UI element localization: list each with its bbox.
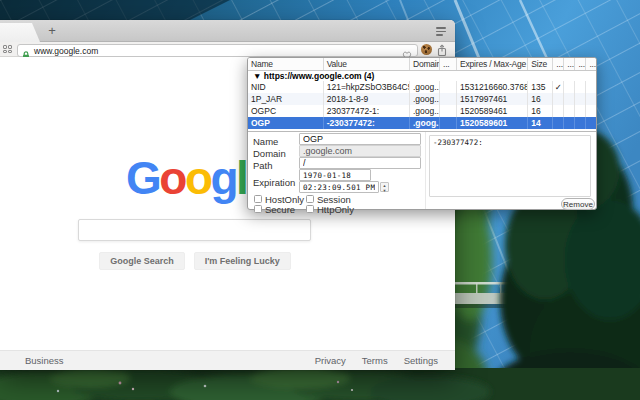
cookie-row-1P_JAR[interactable]: 1P_JAR2018-1-8-9.goog...151799746116 xyxy=(248,93,596,105)
cookie-cell[interactable] xyxy=(564,81,575,93)
address-bar[interactable]: www.google.com xyxy=(17,44,418,57)
footer-link-terms[interactable]: Terms xyxy=(362,351,388,370)
column-header[interactable]: ... xyxy=(553,58,564,71)
column-header[interactable]: ... xyxy=(440,58,457,71)
feeling-lucky-button[interactable]: I'm Feeling Lucky xyxy=(194,252,291,270)
hostonly-checkbox[interactable] xyxy=(254,195,262,203)
cookie-table: NameValueDomain...Expires / Max-AgeSize.… xyxy=(248,58,596,129)
cookie-cell[interactable]: 16 xyxy=(528,105,553,117)
cookie-cell[interactable]: 16 xyxy=(528,93,553,105)
cookie-cell[interactable]: ✓ xyxy=(553,81,564,93)
form-divider xyxy=(425,132,426,209)
browser-toolbar: www.google.com xyxy=(0,42,455,57)
search-buttons: Google Search I'm Feeling Lucky xyxy=(60,252,330,270)
expiration-label: Expiration xyxy=(253,177,295,188)
column-header[interactable]: Expires / Max-Age xyxy=(457,58,528,71)
cookie-value-textarea[interactable]: -230377472: xyxy=(429,135,591,197)
expiration-time-field[interactable] xyxy=(299,181,379,193)
cookie-cell[interactable] xyxy=(575,105,586,117)
cookie-cell[interactable]: -230377472: xyxy=(323,117,409,129)
footer-link-business[interactable]: Business xyxy=(25,351,64,370)
cookie-row-NID[interactable]: NID121=hkpZSbO3B64C5....goog...153121666… xyxy=(248,81,596,93)
column-header[interactable]: ... xyxy=(586,58,596,71)
cookie-cell[interactable] xyxy=(440,117,457,129)
page-footer: Business PrivacyTermsSettings xyxy=(0,350,455,370)
cookie-cell[interactable] xyxy=(553,93,564,105)
cookie-cell[interactable] xyxy=(586,117,596,129)
domain-label: Domain xyxy=(253,148,286,159)
cookie-extension-icon[interactable] xyxy=(421,44,432,55)
tab-overview-icon[interactable] xyxy=(3,45,12,53)
cookie-cell[interactable]: 135 xyxy=(528,81,553,93)
footer-link-privacy[interactable]: Privacy xyxy=(315,351,346,370)
httponly-checkbox[interactable] xyxy=(306,205,314,213)
cookie-cell[interactable]: OGPC xyxy=(248,105,323,117)
cookie-cell[interactable]: 2018-1-8-9 xyxy=(323,93,409,105)
cookie-cell[interactable]: 1P_JAR xyxy=(248,93,323,105)
column-header[interactable]: Value xyxy=(323,58,409,71)
cookie-cell[interactable]: 1517997461 xyxy=(457,93,528,105)
secure-checkbox[interactable] xyxy=(254,205,262,213)
cookie-cell[interactable] xyxy=(440,93,457,105)
logo-letter: o xyxy=(159,152,185,204)
httponly-label: HttpOnly xyxy=(317,204,354,215)
cookie-table-wrap: NameValueDomain...Expires / Max-AgeSize.… xyxy=(248,58,596,131)
tab-bar: + xyxy=(0,20,455,42)
footer-links-right: PrivacyTermsSettings xyxy=(315,351,438,370)
cookie-domain-field xyxy=(299,145,421,157)
remove-cookie-button[interactable]: Remove xyxy=(561,198,595,210)
session-checkbox[interactable] xyxy=(306,195,314,203)
column-header[interactable]: ... xyxy=(575,58,586,71)
cookie-cell[interactable]: .goog... xyxy=(409,117,439,129)
cookie-cell[interactable]: 1520589601 xyxy=(457,117,528,129)
logo-letter: l xyxy=(236,152,246,204)
cookie-cell[interactable]: 1520589461 xyxy=(457,105,528,117)
browser-tab[interactable] xyxy=(0,23,40,42)
cookie-path-field[interactable] xyxy=(299,157,421,169)
cookie-cell[interactable] xyxy=(575,81,586,93)
cookie-row-OGP[interactable]: OGP-230377472:.goog...152058960114 xyxy=(248,117,596,129)
url-text[interactable]: www.google.com xyxy=(34,46,98,56)
time-stepper[interactable]: ▲▼ xyxy=(380,182,389,192)
cookie-cell[interactable]: 121=hkpZSbO3B64C5... xyxy=(323,81,409,93)
expiration-date-field[interactable] xyxy=(299,169,371,181)
cookie-cell[interactable]: 230377472-1: xyxy=(323,105,409,117)
cookie-group-row[interactable]: ▼ https://www.google.com (4) xyxy=(248,71,596,82)
cookie-cell[interactable]: 1531216660.376892 xyxy=(457,81,528,93)
cookie-cell[interactable]: .goog... xyxy=(409,93,439,105)
column-header[interactable]: Domain xyxy=(409,58,439,71)
cookie-cell[interactable] xyxy=(564,105,575,117)
cookie-detail-form: Name Domain Path Expiration ▲▼ HostOnly … xyxy=(248,131,596,209)
menu-icon[interactable] xyxy=(436,27,446,36)
cookie-cell[interactable]: NID xyxy=(248,81,323,93)
column-header[interactable]: ... xyxy=(564,58,575,71)
cookie-row-OGPC[interactable]: OGPC230377472-1:.goog...152058946116 xyxy=(248,105,596,117)
cookie-name-field[interactable] xyxy=(299,133,421,145)
cookie-cell[interactable] xyxy=(575,117,586,129)
cookie-cell[interactable] xyxy=(586,105,596,117)
cookie-cell[interactable] xyxy=(440,81,457,93)
new-tab-button[interactable]: + xyxy=(44,23,60,39)
column-header[interactable]: Name xyxy=(248,58,323,71)
google-search-button[interactable]: Google Search xyxy=(99,252,185,270)
cookie-cell[interactable] xyxy=(440,105,457,117)
cookie-cell[interactable] xyxy=(586,93,596,105)
footer-link-settings[interactable]: Settings xyxy=(404,351,438,370)
cookie-cell[interactable] xyxy=(553,105,564,117)
cookie-cell[interactable] xyxy=(553,117,564,129)
cookie-cell[interactable] xyxy=(575,93,586,105)
secure-label: Secure xyxy=(265,204,295,215)
cookie-cell[interactable]: OGP xyxy=(248,117,323,129)
search-input[interactable] xyxy=(78,219,311,241)
cookie-cell[interactable] xyxy=(586,81,596,93)
cookie-cell[interactable] xyxy=(564,93,575,105)
cookie-cell[interactable]: 14 xyxy=(528,117,553,129)
name-label: Name xyxy=(253,136,278,147)
logo-letter: g xyxy=(211,152,237,204)
cookie-cell[interactable]: .goog... xyxy=(409,81,439,93)
cookie-cell[interactable]: .goog... xyxy=(409,105,439,117)
cookie-cell[interactable] xyxy=(564,117,575,129)
column-header[interactable]: Size xyxy=(528,58,553,71)
cookie-editor-panel: NameValueDomain...Expires / Max-AgeSize.… xyxy=(247,57,597,210)
logo-letter: o xyxy=(185,152,211,204)
